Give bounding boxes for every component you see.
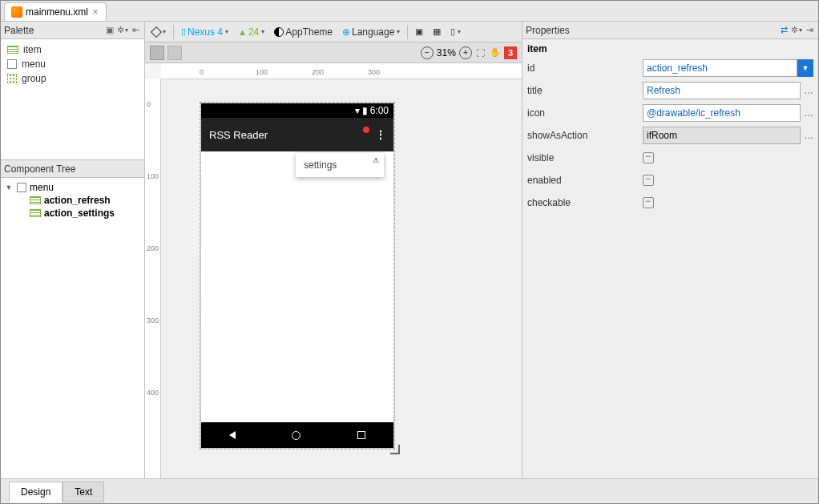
dropdown-icon[interactable]: ▼ [797,59,813,77]
collapse-icon[interactable]: ⇥ [804,25,815,36]
layers-icon[interactable]: ▣ [104,25,115,36]
device-preview[interactable]: ▾ ▮ 6:00 RSS Reader ⋮ settings ⚠ [201,103,393,448]
palette-item[interactable]: item [1,42,144,57]
language-selector[interactable]: ⊕Language▾ [338,24,404,40]
overflow-menu-icon[interactable]: ⋮ [375,128,385,141]
palette-item-label: item [23,44,42,55]
properties-column: Properties ⇄ ✲▾ ⇥ item id action_refresh… [522,22,818,478]
layout-view-2[interactable]: ▦ [429,24,445,40]
device-app-bar: RSS Reader ⋮ [201,118,393,151]
collapse-icon[interactable]: ⇤ [130,25,141,36]
tree-expand-icon[interactable]: ▼ [4,183,14,192]
file-tab[interactable]: mainmenu.xml × [4,2,107,21]
property-label: enabled [527,175,639,186]
theme-selector[interactable]: AppTheme [270,24,337,40]
property-label: id [527,62,639,74]
layout-view-1[interactable]: ▣ [411,24,427,40]
property-label: showAsAction [527,130,639,141]
property-id-field[interactable]: action_refresh [643,59,797,77]
tab-design[interactable]: Design [9,482,63,502]
zoom-out-button[interactable]: − [421,46,434,59]
palette-title: Palette [4,25,34,36]
property-showasaction-field[interactable]: ifRoom [643,127,801,144]
language-label: Language [352,26,394,38]
error-dot-icon [363,127,369,133]
property-type-label: item [527,41,813,57]
gear-icon[interactable]: ✲▾ [117,25,128,36]
canvas-inner: ▾ ▮ 6:00 RSS Reader ⋮ settings ⚠ [161,79,522,478]
diamond-icon [151,26,162,37]
property-label: icon [527,107,639,119]
surface-select-2[interactable] [167,46,182,60]
item-icon [7,46,18,54]
orientation-button[interactable]: ▾ [148,24,170,40]
design-canvas-column: ▾ ▯ Nexus 4▾ ▲ 24▾ AppTheme ⊕Language▾ ▣… [145,22,522,478]
more-icon[interactable]: … [804,85,813,96]
property-icon-field[interactable]: @drawable/ic_refresh [643,104,801,122]
editor-tab-bar: mainmenu.xml × [1,1,818,22]
palette-item-label: menu [22,58,46,70]
api-selector[interactable]: ▲ 24▾ [234,24,268,40]
file-tab-label: mainmenu.xml [26,6,88,18]
palette-header: Palette ▣ ✲▾ ⇤ [1,22,144,39]
gear-icon[interactable]: ✲▾ [791,25,802,36]
tree-row-action-refresh[interactable]: action_refresh [4,194,141,207]
swap-icon[interactable]: ⇄ [778,25,789,36]
component-tree-title: Component Tree [4,163,75,175]
xml-file-icon [11,6,22,18]
checkbox-indeterminate[interactable] [643,175,654,186]
zoom-level: 31% [437,47,456,58]
tab-text[interactable]: Text [63,482,104,502]
menu-icon [17,183,26,192]
property-label: checkable [527,197,639,208]
tree-node-label: action_settings [44,208,115,219]
device-selector[interactable]: ▯ Nexus 4▾ [177,24,232,40]
tree-row-menu[interactable]: ▼ menu [4,181,141,194]
property-row-title: title Refresh … [527,79,813,102]
component-tree-header: Component Tree [1,160,144,178]
nav-back-icon[interactable] [229,431,236,439]
property-row-visible: visible [527,147,813,169]
bottom-tab-bar: Design Text [1,478,818,502]
palette-group[interactable]: group [1,71,144,86]
ruler-vertical: 0 100 200 300 400 [145,79,161,478]
theme-icon [274,27,284,37]
property-row-showasaction: showAsAction ifRoom … [527,124,813,147]
layout-view-3[interactable]: ▯▾ [446,24,465,40]
battery-icon: ▮ [362,105,368,116]
checkbox-indeterminate[interactable] [643,152,654,163]
palette-menu[interactable]: menu [1,57,144,71]
ruler-horizontal: 0 100 200 300 [161,63,522,79]
canvas-area[interactable]: 0 100 200 300 0 100 200 300 400 ▾ ▮ 6:00 [145,63,522,478]
surface-select-1[interactable] [150,46,164,60]
ruler-tick: 300 [368,68,380,76]
palette-item-label: group [22,73,46,84]
ruler-tick: 300 [147,317,159,325]
pan-icon[interactable]: ✋ [490,47,501,58]
tree-row-action-settings[interactable]: action_settings [4,207,141,220]
item-icon [30,196,41,204]
menu-item-label: settings [304,159,337,171]
theme-label: AppTheme [285,26,333,38]
menu-popup[interactable]: settings [296,153,384,177]
tree-node-label: menu [30,182,54,193]
nav-home-icon[interactable] [292,431,301,440]
resize-handle-icon[interactable] [390,445,400,454]
error-badge[interactable]: 3 [504,46,517,59]
zoom-in-button[interactable]: + [459,46,472,59]
fit-screen-icon[interactable]: ⛶ [475,47,486,58]
app-title: RSS Reader [209,129,268,141]
item-icon [30,209,41,217]
nav-recent-icon[interactable] [357,431,365,439]
checkbox-indeterminate[interactable] [643,197,654,208]
more-icon[interactable]: … [804,130,813,141]
ruler-tick: 400 [147,389,159,397]
refresh-icon[interactable] [356,129,367,140]
more-icon[interactable]: … [804,107,813,119]
property-row-icon: icon @drawable/ic_refresh … [527,102,813,124]
left-column: Palette ▣ ✲▾ ⇤ item menu group Component… [1,22,145,478]
palette-list: item menu group [1,39,144,159]
property-title-field[interactable]: Refresh [643,82,801,99]
close-icon[interactable]: × [91,8,99,16]
clock-label: 6:00 [370,105,389,116]
